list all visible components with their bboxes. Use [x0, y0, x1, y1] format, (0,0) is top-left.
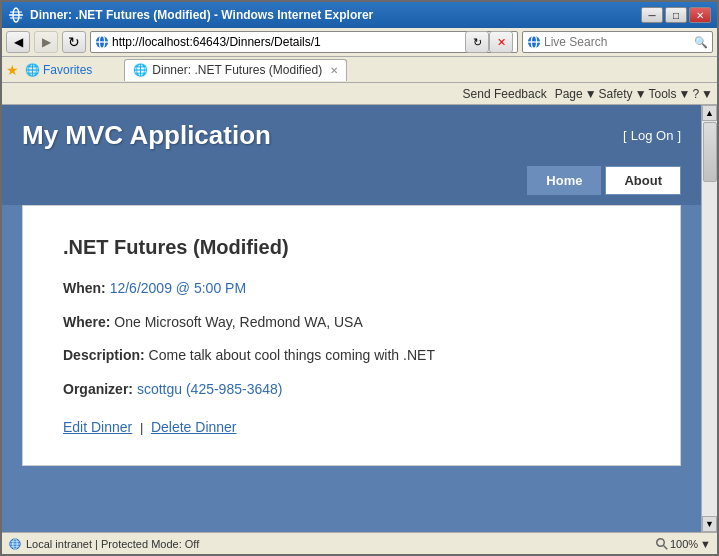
favorites-bar: ★ 🌐 Favorites 🌐 Dinner: .NET Futures (Mo…: [2, 57, 717, 83]
tab-close-icon[interactable]: ✕: [330, 65, 338, 76]
app-header: My MVC Application [ Log On ]: [2, 105, 701, 166]
description-label: Description:: [63, 347, 145, 363]
page-menu-chevron: ▼: [585, 87, 597, 101]
tools-menu[interactable]: Tools ▼: [649, 87, 691, 101]
search-button[interactable]: 🔍: [694, 36, 708, 49]
address-ie-icon: [95, 35, 109, 49]
browser-window: Dinner: .NET Futures (Modified) - Window…: [0, 0, 719, 556]
scroll-down-button[interactable]: ▼: [702, 516, 717, 532]
help-menu[interactable]: ? ▼: [692, 87, 713, 101]
where-label: Where:: [63, 314, 110, 330]
menu-bar: Send Feedback Page ▼ Safety ▼ Tools ▼ ? …: [2, 83, 717, 105]
app-title: My MVC Application: [22, 120, 271, 151]
where-row: Where: One Microsoft Way, Redmond WA, US…: [63, 313, 640, 333]
live-search-input[interactable]: [544, 35, 694, 49]
status-left: Local intranet | Protected Mode: Off: [8, 537, 199, 551]
when-label: When:: [63, 280, 106, 296]
close-button[interactable]: ✕: [689, 7, 711, 23]
dinner-title: .NET Futures (Modified): [63, 236, 640, 259]
favorites-star-icon: ★: [6, 62, 19, 78]
when-value: 12/6/2009 @ 5:00 PM: [110, 280, 246, 296]
live-search-container: 🔍: [522, 31, 713, 53]
zoom-button[interactable]: 100% ▼: [656, 538, 711, 550]
page-content: My MVC Application [ Log On ] Home About…: [2, 105, 701, 532]
edit-dinner-link[interactable]: Edit Dinner: [63, 419, 132, 435]
log-on-link[interactable]: Log On: [631, 128, 674, 143]
favorites-link[interactable]: 🌐 Favorites: [25, 63, 92, 77]
refresh-button[interactable]: ↻: [62, 31, 86, 53]
zoom-value: 100%: [670, 538, 698, 550]
scrollbar: ▲ ▼: [701, 105, 717, 532]
status-right: 100% ▼: [656, 538, 711, 550]
refresh-address-button[interactable]: ↻: [465, 31, 489, 53]
action-separator: |: [140, 420, 143, 435]
help-menu-chevron: ▼: [701, 87, 713, 101]
toolbar: ◀ ▶ ↻ ↻ ✕ 🔍: [2, 28, 717, 57]
description-value: Come talk about cool things coming with …: [149, 347, 435, 363]
globe-status-icon: [8, 537, 22, 551]
scroll-track: [702, 121, 717, 516]
live-search-icon: [527, 35, 541, 49]
address-input[interactable]: [112, 35, 463, 49]
back-button[interactable]: ◀: [6, 31, 30, 53]
browser-title: Dinner: .NET Futures (Modified) - Window…: [30, 8, 373, 22]
title-bar-left: Dinner: .NET Futures (Modified) - Window…: [8, 7, 373, 23]
ie-title-icon: [8, 7, 24, 23]
where-value: One Microsoft Way, Redmond WA, USA: [114, 314, 362, 330]
delete-dinner-link[interactable]: Delete Dinner: [151, 419, 237, 435]
svg-line-17: [663, 545, 667, 549]
status-bar: Local intranet | Protected Mode: Off 100…: [2, 532, 717, 554]
safety-menu-chevron: ▼: [635, 87, 647, 101]
page-wrapper: My MVC Application [ Log On ] Home About…: [2, 105, 717, 532]
organizer-row: Organizer: scottgu (425-985-3648): [63, 380, 640, 400]
navigation-bar: Home About: [2, 166, 701, 205]
page-menu[interactable]: Page ▼: [555, 87, 597, 101]
maximize-button[interactable]: □: [665, 7, 687, 23]
favorites-label: Favorites: [43, 63, 92, 77]
title-bar: Dinner: .NET Futures (Modified) - Window…: [2, 2, 717, 28]
minimize-button[interactable]: ─: [641, 7, 663, 23]
menu-bar-right: Send Feedback Page ▼ Safety ▼ Tools ▼ ? …: [463, 87, 713, 101]
tab-label: Dinner: .NET Futures (Modified): [152, 63, 322, 77]
zoom-chevron: ▼: [700, 538, 711, 550]
scroll-thumb[interactable]: [703, 122, 717, 182]
status-text: Local intranet | Protected Mode: Off: [26, 538, 199, 550]
safety-menu[interactable]: Safety ▼: [599, 87, 647, 101]
tools-menu-chevron: ▼: [679, 87, 691, 101]
forward-button[interactable]: ▶: [34, 31, 58, 53]
scroll-up-button[interactable]: ▲: [702, 105, 717, 121]
svg-point-16: [657, 538, 665, 546]
description-row: Description: Come talk about cool things…: [63, 346, 640, 366]
tab-ie-icon: 🌐: [133, 63, 148, 77]
header-right: [ Log On ]: [623, 128, 681, 143]
favorites-ie-icon: 🌐: [25, 63, 40, 77]
zoom-icon: [656, 538, 668, 550]
log-on-bracket-left: [: [623, 128, 627, 143]
browser-tab[interactable]: 🌐 Dinner: .NET Futures (Modified) ✕: [124, 59, 347, 81]
actions-row: Edit Dinner | Delete Dinner: [63, 419, 640, 435]
when-row: When: 12/6/2009 @ 5:00 PM: [63, 279, 640, 299]
stop-button[interactable]: ✕: [489, 31, 513, 53]
log-on-bracket-right: ]: [677, 128, 681, 143]
send-feedback-link[interactable]: Send Feedback: [463, 87, 547, 101]
organizer-label: Organizer:: [63, 381, 133, 397]
title-bar-buttons: ─ □ ✕: [641, 7, 711, 23]
home-nav-item[interactable]: Home: [527, 166, 601, 195]
organizer-value: scottgu (425-985-3648): [137, 381, 283, 397]
address-bar-container: ↻ ✕: [90, 31, 518, 53]
main-content: .NET Futures (Modified) When: 12/6/2009 …: [22, 205, 681, 466]
about-nav-item[interactable]: About: [605, 166, 681, 195]
